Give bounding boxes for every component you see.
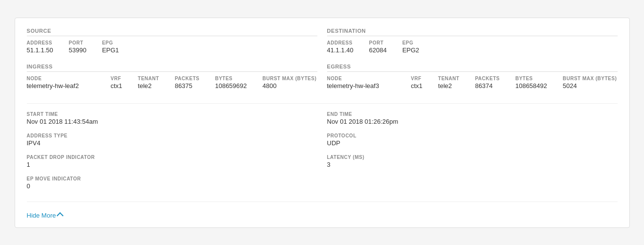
end-time-value: Nov 01 2018 01:26:26pm [327,118,618,125]
source-epg-field: EPG EPG1 [102,40,119,54]
ingress-node-label: NODE [27,76,95,81]
egress-fields: NODE telemetry-hw-leaf3 VRF ctx1 TENANT … [327,76,618,89]
ingress-node-field: NODE telemetry-hw-leaf2 [27,76,95,89]
destination-port-value: 62084 [369,46,387,54]
ingress-bytes-value: 108659692 [215,82,247,89]
egress-packets-label: PACKETS [475,76,500,81]
egress-bytes-value: 108658492 [515,82,547,89]
egress-burst-value: 5024 [563,82,617,89]
source-address-label: ADDRESS [27,40,53,45]
end-time-section: END TIME Nov 01 2018 01:26:26pm [327,111,618,125]
source-epg-value: EPG1 [102,46,119,54]
address-type-value: IPV4 [27,139,317,147]
ingress-section: INGRESS NODE telemetry-hw-leaf2 VRF ctx1… [27,64,317,91]
source-epg-label: EPG [102,40,119,45]
egress-node-label: NODE [327,76,395,81]
egress-node-field: NODE telemetry-hw-leaf3 [327,76,395,89]
detail-card: SOURCE ADDRESS 51.1.1.50 PORT 53990 EPG … [15,18,630,228]
ingress-tenant-label: TENANT [138,76,159,81]
ingress-bytes-label: BYTES [215,76,247,81]
packet-drop-label: PACKET DROP INDICATOR [27,155,317,160]
egress-vrf-field: VRF ctx1 [411,76,423,89]
destination-fields: ADDRESS 41.1.1.40 PORT 62084 EPG EPG2 [327,40,618,54]
protocol-section: PROTOCOL UDP [327,133,618,147]
ingress-packets-label: PACKETS [175,76,200,81]
divider-2 [27,201,618,202]
egress-tenant-label: TENANT [438,76,459,81]
destination-header: DESTINATION [327,28,618,36]
chevron-up-icon [57,212,63,219]
latency-label: LATENCY (µs) [327,155,618,160]
source-port-value: 53990 [69,46,86,54]
destination-epg-label: EPG [402,40,419,45]
source-port-field: PORT 53990 [69,40,86,54]
egress-vrf-value: ctx1 [411,82,423,89]
start-time-section: START TIME Nov 01 2018 11:43:54am [27,111,317,125]
egress-tenant-field: TENANT tele2 [438,76,459,89]
ingress-bytes-field: BYTES 108659692 [215,76,247,89]
destination-epg-field: EPG EPG2 [402,40,419,54]
ep-move-label: EP MOVE INDICATOR [27,176,317,181]
destination-port-field: PORT 62084 [369,40,387,54]
egress-burst-field: BURST MAX (Bytes) 5024 [563,76,617,89]
ingress-packets-value: 86375 [175,82,200,89]
packet-drop-section: PACKET DROP INDICATOR 1 [27,155,317,168]
start-time-label: START TIME [27,111,317,117]
ingress-burst-value: 4800 [263,82,317,89]
address-type-label: ADDRESS TYPE [27,133,317,138]
hide-more-button[interactable]: Hide More [27,212,63,219]
latency-value: 3 [327,161,618,168]
egress-header: EGRESS [327,64,618,72]
egress-node-value: telemetry-hw-leaf3 [327,82,395,89]
ep-move-section: EP MOVE INDICATOR 0 [27,176,317,190]
source-address-value: 51.1.1.50 [27,46,53,54]
address-type-section: ADDRESS TYPE IPV4 [27,133,317,147]
ingress-vrf-value: ctx1 [111,82,123,89]
ingress-packets-field: PACKETS 86375 [175,76,200,89]
ingress-burst-field: BURST MAX (Bytes) 4800 [263,76,317,89]
end-time-label: END TIME [327,111,618,117]
divider-1 [27,103,618,104]
destination-address-value: 41.1.1.40 [327,46,353,54]
ingress-node-value: telemetry-hw-leaf2 [27,82,95,89]
hide-more-label: Hide More [27,212,56,219]
egress-bytes-label: BYTES [515,76,547,81]
protocol-value: UDP [327,139,618,147]
source-section: SOURCE ADDRESS 51.1.1.50 PORT 53990 EPG … [27,28,317,56]
source-fields: ADDRESS 51.1.1.50 PORT 53990 EPG EPG1 [27,40,317,54]
egress-tenant-value: tele2 [438,82,459,89]
source-port-label: PORT [69,40,86,45]
ingress-burst-label: BURST MAX (Bytes) [263,76,317,81]
source-address-field: ADDRESS 51.1.1.50 [27,40,53,54]
source-header: SOURCE [27,28,317,36]
ingress-vrf-label: VRF [111,76,123,81]
destination-address-label: ADDRESS [327,40,353,45]
start-time-value: Nov 01 2018 11:43:54am [27,118,317,125]
packet-drop-value: 1 [27,161,317,168]
ingress-labels: NODE telemetry-hw-leaf2 VRF ctx1 TENANT … [27,76,317,89]
ingress-tenant-field: TENANT tele2 [138,76,159,89]
egress-packets-value: 86374 [475,82,500,89]
ingress-header: INGRESS [27,64,317,72]
egress-bytes-field: BYTES 108658492 [515,76,547,89]
ep-move-value: 0 [27,182,317,190]
ingress-vrf-field: VRF ctx1 [111,76,123,89]
egress-vrf-label: VRF [411,76,423,81]
ingress-tenant-value: tele2 [138,82,159,89]
destination-section: DESTINATION ADDRESS 41.1.1.40 PORT 62084… [327,28,618,56]
egress-packets-field: PACKETS 86374 [475,76,500,89]
egress-section: EGRESS NODE telemetry-hw-leaf3 VRF ctx1 … [327,64,618,91]
destination-epg-value: EPG2 [402,46,419,54]
latency-section: LATENCY (µs) 3 [327,155,618,168]
destination-port-label: PORT [369,40,387,45]
egress-burst-label: BURST MAX (Bytes) [563,76,617,81]
destination-address-field: ADDRESS 41.1.1.40 [327,40,353,54]
protocol-label: PROTOCOL [327,133,618,138]
